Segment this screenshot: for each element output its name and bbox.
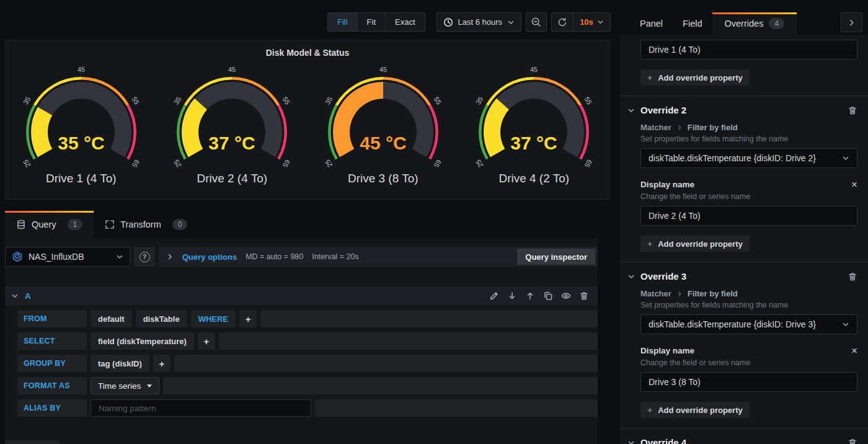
delete-override-icon[interactable] (848, 272, 857, 282)
svg-text:55: 55 (583, 95, 594, 106)
row-filler (174, 355, 598, 372)
row-filler (315, 399, 598, 417)
format-as-dropdown[interactable]: Time series (91, 377, 159, 394)
add-group-by-button[interactable]: + (153, 355, 170, 372)
svg-text:25: 25 (474, 158, 485, 169)
matcher-breadcrumb: Matcher Filter by field (640, 289, 857, 298)
add-where-condition-button[interactable]: + (239, 310, 257, 327)
eye-icon[interactable] (561, 291, 571, 301)
delete-override-icon[interactable] (848, 105, 857, 115)
time-range-picker[interactable]: Last 6 hours (436, 12, 522, 32)
add-override-property-button[interactable]: + Add override property (640, 402, 750, 418)
copy-icon[interactable] (543, 291, 553, 301)
svg-text:45: 45 (530, 66, 538, 73)
chevron-right-icon (848, 19, 856, 27)
add-override-property-button[interactable]: + Add override property (640, 236, 750, 252)
magnifier-minus-icon (531, 17, 542, 28)
row-filler (219, 332, 598, 350)
svg-text:55: 55 (281, 95, 292, 106)
override-2-display-name-input[interactable] (640, 206, 857, 226)
overrides-count-badge: 4 (769, 18, 784, 29)
arrow-up-icon[interactable] (525, 291, 535, 301)
view-mode-fill[interactable]: Fill (327, 12, 358, 32)
group-by-tag-segment[interactable]: tag (diskID) (91, 355, 149, 372)
chevron-down-icon[interactable] (627, 439, 635, 444)
datasource-help-button[interactable]: ? (134, 247, 155, 267)
transform-icon (105, 220, 115, 229)
display-name-property-header: Display name × (640, 345, 857, 356)
override-2-field-select[interactable]: diskTable.diskTemperature {diskID: Drive… (640, 148, 857, 168)
group-by-row: GROUP BY tag (diskID) + (17, 355, 598, 372)
remove-property-icon[interactable]: × (851, 179, 857, 190)
override-3-display-name-input[interactable] (640, 372, 857, 392)
remove-property-icon[interactable]: × (851, 345, 857, 356)
svg-text:45: 45 (78, 66, 85, 73)
delete-override-icon[interactable] (848, 438, 857, 444)
row-filler (260, 310, 598, 327)
tab-query[interactable]: Query 1 (5, 211, 94, 238)
view-mode-fit[interactable]: Fit (357, 12, 386, 32)
time-range-label: Last 6 hours (458, 17, 503, 27)
query-options-toggle[interactable]: Query options (182, 252, 237, 262)
datasource-picker[interactable]: NAS_InfluxDB (5, 247, 130, 267)
svg-text:25: 25 (324, 158, 334, 169)
svg-text:45: 45 (228, 66, 236, 73)
overrides-pane: + Add override property Override 2 Match… (620, 35, 868, 444)
view-mode-group: Fill Fit Exact (327, 12, 425, 32)
tab-panel[interactable]: Panel (630, 12, 673, 35)
group-by-label: GROUP BY (17, 355, 87, 372)
add-query-button-partial[interactable] (5, 440, 60, 444)
override-3-header: Override 3 (640, 271, 857, 282)
chevron-down-icon (842, 154, 849, 162)
chevron-down-icon (11, 292, 19, 300)
select-label: SELECT (17, 332, 87, 350)
svg-text:65: 65 (130, 158, 141, 169)
svg-text:65: 65 (432, 158, 443, 169)
override-1-display-name-input[interactable] (640, 40, 857, 60)
query-inspector-button[interactable]: Query inspector (517, 249, 595, 265)
edit-icon[interactable] (489, 291, 499, 301)
chevron-down-icon[interactable] (627, 273, 635, 280)
caret-down-icon (147, 384, 152, 388)
add-select-button[interactable]: + (198, 332, 215, 350)
from-policy-segment[interactable]: default (91, 310, 132, 327)
tab-field[interactable]: Field (673, 12, 712, 35)
chevron-down-icon (597, 19, 604, 25)
select-field-segment[interactable]: field (diskTemperature) (91, 332, 194, 350)
query-editor-content: NAS_InfluxDB ? Query options MD = auto =… (5, 238, 598, 444)
query-ref-header[interactable]: A (5, 286, 598, 305)
tab-transform[interactable]: Transform 0 (94, 211, 198, 238)
gauge-arc: 253545556537 °C (469, 66, 599, 169)
chevron-down-icon[interactable] (627, 107, 635, 114)
svg-text:45: 45 (379, 66, 387, 73)
row-filler (163, 377, 598, 394)
collapse-pane-button[interactable] (841, 12, 862, 32)
tab-overrides[interactable]: Overrides 4 (712, 12, 797, 35)
disk-status-panel: Disk Model & Status 253545556535 °C Driv… (5, 40, 610, 200)
gauge-arc: 253545556537 °C (167, 66, 297, 169)
override-3-field-select[interactable]: diskTable.diskTemperature {diskID: Drive… (640, 314, 857, 334)
gauge-label: Drive 1 (4 To) (46, 172, 117, 185)
gauge-drive-4: 253545556537 °C Drive 4 (2 To) (459, 66, 610, 185)
arrow-down-icon[interactable] (507, 291, 517, 301)
alias-by-input[interactable] (91, 399, 311, 417)
database-icon (16, 220, 26, 229)
zoom-out-time-button[interactable] (526, 12, 547, 32)
override-4-section-partial: Override 4 Matcher Filter by field (620, 428, 868, 444)
gauge-value: 37 °C (209, 133, 255, 153)
add-override-property-button[interactable]: + Add override property (640, 69, 750, 86)
gauge-label: Drive 4 (2 To) (498, 172, 569, 185)
gauge-value: 37 °C (511, 133, 557, 153)
from-label: FROM (17, 310, 87, 327)
refresh-button[interactable] (552, 13, 573, 31)
alias-by-row: ALIAS BY (17, 399, 598, 417)
plus-icon: + (647, 239, 652, 249)
plus-icon: + (647, 405, 652, 415)
interval-info: Interval = 20s (312, 252, 358, 261)
trash-icon[interactable] (579, 291, 589, 301)
query-editor-tabs: Query 1 Transform 0 (5, 211, 598, 238)
view-mode-exact[interactable]: Exact (385, 12, 425, 32)
from-measurement-segment[interactable]: diskTable (136, 310, 187, 327)
refresh-interval-dropdown[interactable]: 10s (573, 13, 610, 31)
where-keyword[interactable]: WHERE (191, 310, 236, 327)
